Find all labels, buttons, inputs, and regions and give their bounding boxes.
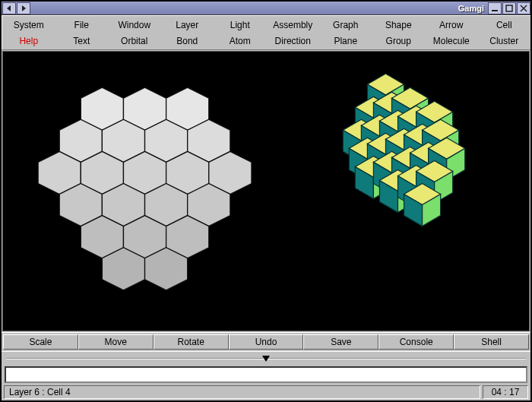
minimize-icon[interactable] (488, 2, 502, 14)
menu-group[interactable]: Group (372, 34, 426, 48)
menu-assembly[interactable]: Assembly (267, 18, 320, 32)
viewport-3d[interactable] (2, 51, 530, 331)
svg-rect-1 (506, 5, 512, 11)
menu-layer[interactable]: Layer (161, 18, 214, 32)
cube-cluster (343, 74, 464, 226)
menu-cell[interactable]: Cell (478, 18, 531, 32)
menu-plane[interactable]: Plane (319, 34, 372, 48)
menubar: System File Window Layer Light Assembly … (2, 15, 530, 50)
status-context: Layer 6 : Cell 4 (4, 385, 480, 399)
scene-svg (3, 52, 529, 331)
menu-light[interactable]: Light (214, 18, 267, 32)
menu-file[interactable]: File (55, 18, 109, 32)
close-icon[interactable] (517, 2, 530, 14)
honeycomb-cluster (38, 87, 252, 290)
menu-molecule[interactable]: Molecule (425, 34, 478, 48)
menu-orbital[interactable]: Orbital (108, 34, 161, 48)
window-menu-left-icon[interactable] (2, 2, 16, 14)
console-button[interactable]: Console (378, 334, 454, 350)
svg-rect-0 (492, 10, 498, 11)
menu-help[interactable]: Help (2, 34, 55, 48)
rotate-button[interactable]: Rotate (154, 334, 229, 350)
menu-atom[interactable]: Atom (214, 34, 267, 48)
statusbar: Layer 6 : Cell 4 04 : 17 (2, 385, 530, 400)
move-button[interactable]: Move (78, 334, 154, 350)
maximize-icon[interactable] (502, 2, 516, 14)
slider-thumb-icon[interactable] (262, 353, 270, 364)
window-title: Gamgi (458, 4, 484, 13)
menu-arrow[interactable]: Arrow (425, 18, 478, 32)
toolbar: Scale Move Rotate Undo Save Console Shel… (2, 332, 530, 351)
menu-text[interactable]: Text (55, 34, 109, 48)
menu-cluster[interactable]: Cluster (478, 34, 531, 48)
menu-system[interactable]: System (2, 18, 55, 32)
menu-bond[interactable]: Bond (161, 34, 214, 48)
menu-direction[interactable]: Direction (267, 34, 320, 48)
undo-button[interactable]: Undo (229, 334, 304, 350)
command-input[interactable] (5, 366, 527, 383)
titlebar: Gamgi (2, 2, 530, 15)
value-slider[interactable] (2, 351, 530, 365)
menu-graph[interactable]: Graph (319, 18, 372, 32)
window-menu-right-icon[interactable] (17, 2, 30, 14)
menu-window[interactable]: Window (108, 18, 161, 32)
save-button[interactable]: Save (303, 334, 378, 350)
shell-button[interactable]: Shell (454, 334, 529, 350)
status-time: 04 : 17 (483, 385, 528, 399)
menu-shape[interactable]: Shape (372, 18, 426, 32)
scale-button[interactable]: Scale (3, 334, 78, 350)
